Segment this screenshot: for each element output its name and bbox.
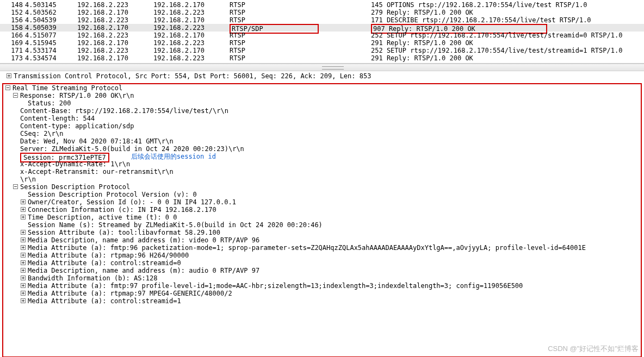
tree-row[interactable]: Media Description, name and address (m):… [3,236,641,244]
pane-splitter[interactable] [0,64,644,71]
expand-icon[interactable] [21,260,26,265]
expand-icon[interactable] [21,253,26,258]
tree-row[interactable]: Server: ZLMediaKit-5.0(build in Oct 24 2… [3,145,641,153]
tree-row[interactable]: Time Description, active time (t): 0 0 [3,214,641,221]
packet-details-pane[interactable]: Real Time Streaming ProtocolResponse: RT… [2,83,642,357]
watermark: CSDN @"好记性不如"烂博客 [548,344,639,354]
collapse-icon[interactable] [13,93,18,98]
packet-row[interactable]: 1664.515077192.168.2.223192.168.2.170RTS… [0,32,644,39]
tree-row[interactable]: Media Description, name and address (m):… [3,267,641,274]
tree-row[interactable]: Session: prmc371ePTE7后续会话使用的session id [3,153,641,160]
tree-row[interactable]: Media Attribute (a): fmtp:96 packetizati… [3,244,641,252]
tree-row[interactable]: Content-length: 544 [3,115,641,122]
tree-row[interactable]: Real Time Streaming Protocol [3,84,641,92]
tree-row[interactable]: Session Description Protocol Version (v)… [3,191,641,198]
packet-row[interactable]: 1584.505039192.168.2.170192.168.2.223RTS… [0,24,644,32]
packet-row[interactable]: 1734.534574192.168.2.170192.168.2.223RTS… [0,54,644,62]
collapse-icon[interactable] [5,85,10,90]
expand-icon[interactable] [21,199,26,204]
packet-row[interactable]: 1484.503145192.168.2.223192.168.2.170RTS… [0,1,644,9]
packet-row[interactable]: 1694.515945192.168.2.170192.168.2.223RTS… [0,39,644,47]
tree-row[interactable]: Media Attribute (a): rtpmap:96 H264/9000… [3,252,641,259]
tree-row[interactable]: Owner/Creator, Session Id (o): - 0 0 IN … [3,198,641,206]
expand-icon[interactable] [7,73,11,78]
tree-row[interactable]: Media Attribute (a): control:streamid=0 [3,259,641,267]
expand-icon[interactable] [21,275,26,280]
annotation-text: 后续会话使用的session id [131,153,216,160]
collapse-icon[interactable] [13,184,18,189]
tree-row[interactable]: Media Attribute (a): rtpmap:97 MPEG4-GEN… [3,290,641,297]
expand-icon[interactable] [21,283,26,288]
tcp-header-text: Transmission Control Protocol, Src Port:… [14,72,371,80]
tcp-header-row[interactable]: Transmission Control Protocol, Src Port:… [4,72,640,80]
tree-row[interactable]: Session Attribute (a): tool:libavformat … [3,229,641,236]
tree-row[interactable]: \r\n [3,176,641,183]
tree-row[interactable]: Session Description Protocol [3,183,641,191]
tree-row[interactable]: x-Accept-Retransmit: our-retransmit\r\n [3,168,641,176]
tree-row[interactable]: Media Attribute (a): fmtp:97 profile-lev… [3,282,641,290]
tree-row[interactable]: Connection Information (c): IN IP4 192.1… [3,206,641,214]
expand-icon[interactable] [21,291,26,296]
expand-icon[interactable] [21,207,26,212]
tree-row[interactable]: Content-type: application/sdp [3,122,641,130]
tree-row[interactable]: Bandwidth Information (b): AS:128 [3,274,641,282]
expand-icon[interactable] [21,298,26,303]
expand-icon[interactable] [21,215,26,220]
tree-row[interactable]: Media Attribute (a): control:streamid=1 [3,297,641,305]
tree-row[interactable]: Session Name (s): Streamed by ZLMediaKit… [3,221,641,229]
tree-row[interactable]: CSeq: 2\r\n [3,130,641,137]
expand-icon[interactable] [21,245,26,250]
tree-row[interactable]: x-Accept-Dynamic-Rate: 1\r\n [3,160,641,168]
tree-row[interactable]: Content-Base: rtsp://192.168.2.170:554/l… [3,107,641,115]
tree-row[interactable]: Date: Wed, Nov 04 2020 07:18:41 GMT\r\n [3,137,641,145]
tree-row[interactable]: Response: RTSP/1.0 200 OK\r\n [3,92,641,99]
packet-row[interactable]: 1714.533174192.168.2.223192.168.2.170RTS… [0,47,644,54]
expand-icon[interactable] [21,237,26,242]
packet-row[interactable]: 1524.503562192.168.2.170192.168.2.223RTS… [0,9,644,16]
packet-row[interactable]: 1564.504539192.168.2.223192.168.2.170RTS… [0,16,644,24]
expand-icon[interactable] [21,268,26,273]
tree-row[interactable]: Status: 200 [3,99,641,107]
packet-list-pane[interactable]: 1484.503145192.168.2.223192.168.2.170RTS… [0,0,644,64]
expand-icon[interactable] [21,230,26,235]
